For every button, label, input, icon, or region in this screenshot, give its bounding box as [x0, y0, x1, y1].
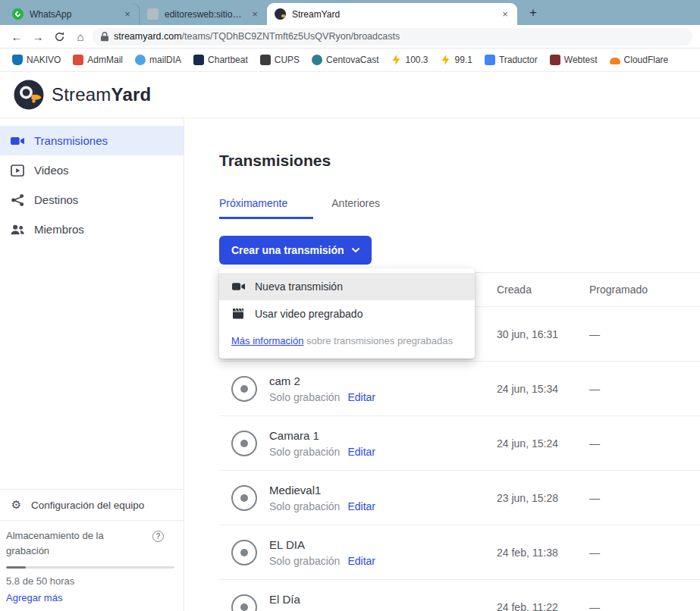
- close-icon[interactable]: ×: [499, 8, 511, 20]
- tab-title: editoresweb:sitioweb:eldia.co: [165, 9, 243, 20]
- bookmark-100-3[interactable]: 100.3: [385, 55, 434, 65]
- scheduled-cell: —: [589, 437, 700, 450]
- gear-icon: ⚙: [10, 498, 23, 512]
- edit-link[interactable]: Editar: [347, 500, 375, 512]
- broadcast-title: cam 2: [269, 374, 375, 387]
- created-cell: 23 jun, 15:28: [497, 492, 589, 504]
- share-icon: [11, 193, 24, 207]
- tab-title: WhatsApp: [30, 9, 115, 20]
- storage-progress-track: [6, 566, 174, 569]
- reload-icon[interactable]: [50, 27, 68, 45]
- bookmark-admmail[interactable]: AdmMail: [67, 55, 129, 65]
- team-settings-button[interactable]: ⚙ Configuración del equipo: [0, 489, 184, 520]
- sidebar-item-transmisiones[interactable]: Transmisiones: [0, 126, 184, 155]
- bookmark-traductor[interactable]: Traductor: [479, 55, 544, 65]
- streamyard-favicon: [275, 8, 286, 20]
- browser-tab-editoresweb[interactable]: editoresweb:sitioweb:eldia.co ×: [140, 3, 267, 25]
- record-icon: [231, 431, 257, 456]
- sidebar-item-videos[interactable]: Videos: [0, 155, 184, 185]
- bookmark-label: CUPS: [275, 55, 300, 65]
- clapperboard-icon: [231, 309, 245, 319]
- bookmark-maildia[interactable]: mailDIA: [129, 55, 187, 65]
- cups-icon: [260, 55, 271, 65]
- storage-usage-text: 5.8 de 50 horas: [6, 575, 173, 587]
- bookmark-chartbeat[interactable]: Chartbeat: [187, 55, 254, 65]
- members-icon: [11, 223, 24, 237]
- learn-more-link[interactable]: Más información: [231, 335, 303, 346]
- broadcast-title: El Día: [269, 593, 375, 606]
- url-field[interactable]: streamyard.com/teams/TQDhBC9ZNTmft6z5UsQ…: [93, 28, 692, 45]
- add-more-link[interactable]: Agregar más: [6, 592, 62, 603]
- close-icon[interactable]: ×: [121, 8, 133, 20]
- videos-icon: [11, 164, 24, 177]
- browser-window: WhatsApp × editoresweb:sitioweb:eldia.co…: [0, 0, 700, 611]
- url-text: streamyard.com/teams/TQDhBC9ZNTmft6z5UsQ…: [114, 31, 400, 42]
- menu-item-new-broadcast[interactable]: Nueva transmisión: [219, 273, 475, 300]
- record-icon: [231, 376, 257, 402]
- bookmarks-bar: NAKIVO AdmMail mailDIA Chartbeat CUPS Ce…: [0, 49, 700, 72]
- chevron-down-icon: [352, 248, 359, 252]
- table-row[interactable]: Medieval1 Solo grabaciónEditar 23 jun, 1…: [219, 471, 700, 525]
- sidebar-item-label: Videos: [34, 164, 69, 177]
- create-broadcast-button[interactable]: Crear una transmisión: [219, 236, 372, 265]
- help-icon[interactable]: ?: [152, 531, 164, 542]
- bookmark-centovacast[interactable]: CentovaCast: [306, 55, 385, 65]
- site-favicon: [147, 8, 159, 20]
- scheduled-cell: —: [589, 601, 700, 611]
- bookmark-99-1[interactable]: 99.1: [435, 55, 479, 65]
- menu-info-rest: sobre transmisiones pregrabadas: [303, 335, 453, 346]
- broadcast-title: EL DIA: [269, 538, 375, 551]
- sidebar-item-label: Transmisiones: [34, 134, 108, 147]
- page-title: Transmisiones: [219, 152, 700, 170]
- streamyard-logo-icon: [14, 80, 44, 110]
- lock-icon: [101, 32, 108, 42]
- sidebar-item-label: Miembros: [34, 223, 84, 236]
- brand-name: StreamYard: [52, 84, 151, 105]
- url-domain: streamyard.com: [114, 31, 182, 42]
- new-tab-button[interactable]: +: [523, 3, 543, 23]
- column-scheduled: Programado: [589, 284, 700, 296]
- create-broadcast-label: Crear una transmisión: [231, 244, 344, 256]
- sidebar-nav: Transmisiones Videos Destinos Miembros: [0, 118, 184, 244]
- edit-link[interactable]: Editar: [347, 555, 375, 567]
- browser-tab-strip: WhatsApp × editoresweb:sitioweb:eldia.co…: [0, 0, 700, 25]
- bookmark-webtest[interactable]: Webtest: [544, 55, 604, 65]
- create-row: Crear una transmisión: [219, 236, 700, 265]
- back-icon[interactable]: ←: [8, 27, 26, 45]
- table-row[interactable]: cam 2 Solo grabaciónEditar 24 jun, 15:34…: [219, 362, 700, 416]
- browser-tab-streamyard[interactable]: StreamYard ×: [267, 3, 517, 25]
- broadcast-title: Medieval1: [269, 484, 375, 497]
- tab-anteriores[interactable]: Anteriores: [331, 197, 380, 219]
- broadcast-title: Camara 1: [269, 429, 375, 442]
- edit-link[interactable]: Editar: [347, 391, 375, 403]
- home-icon[interactable]: ⌂: [71, 27, 89, 45]
- bookmark-label: CloudFlare: [624, 55, 669, 65]
- created-cell: 24 jun, 15:24: [497, 437, 589, 450]
- sidebar-item-miembros[interactable]: Miembros: [0, 215, 184, 244]
- bookmark-cloudflare[interactable]: CloudFlare: [604, 55, 675, 65]
- bookmark-nakivo[interactable]: NAKIVO: [6, 55, 67, 65]
- bookmark-label: Webtest: [564, 55, 598, 65]
- menu-item-prerecorded[interactable]: Usar video pregrabado: [219, 300, 475, 327]
- created-cell: 24 jun, 15:34: [497, 383, 589, 395]
- column-created: Creada: [497, 284, 589, 296]
- bookmark-cups[interactable]: CUPS: [254, 55, 306, 65]
- forward-icon[interactable]: →: [29, 27, 47, 45]
- table-row[interactable]: El Día Solo grabaciónEditar 24 feb, 11:2…: [219, 580, 700, 611]
- edit-link[interactable]: Editar: [347, 446, 375, 458]
- scheduled-cell: —: [589, 383, 700, 395]
- broadcast-subtitle: Solo grabaciónEditar: [269, 555, 375, 567]
- close-icon[interactable]: ×: [249, 8, 261, 20]
- storage-section: Almacenamiento de la grabación ? 5.8 de …: [0, 520, 184, 611]
- table-row[interactable]: EL DIA Solo grabaciónEditar 24 feb, 11:3…: [219, 525, 700, 580]
- browser-tab-whatsapp[interactable]: WhatsApp ×: [5, 3, 140, 25]
- sidebar-item-destinos[interactable]: Destinos: [0, 185, 184, 215]
- tab-proximamente[interactable]: Próximamente: [219, 197, 313, 219]
- table-row[interactable]: Camara 1 Solo grabaciónEditar 24 jun, 15…: [219, 416, 700, 471]
- menu-info: Más información sobre transmisiones preg…: [219, 327, 475, 356]
- broadcast-subtitle: Solo grabaciónEditar: [269, 500, 375, 512]
- maildia-icon: [135, 55, 146, 65]
- scheduled-cell: —: [589, 492, 700, 504]
- broadcast-type: Solo grabación: [269, 500, 340, 512]
- broadcast-type: Solo grabación: [269, 446, 340, 458]
